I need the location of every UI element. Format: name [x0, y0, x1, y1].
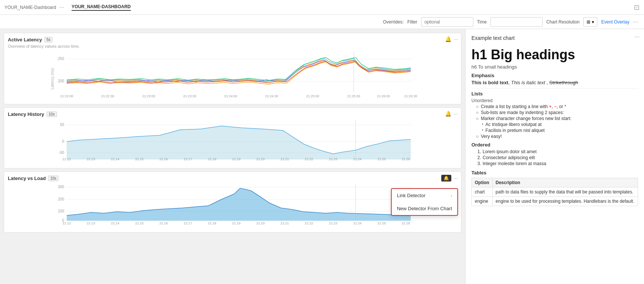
svg-text:21:13: 21:13 — [87, 157, 95, 161]
chart-title-1: Active Latency — [8, 37, 42, 42]
sub-bullet-1: ▪ — [482, 122, 483, 127]
svg-text:50: 50 — [60, 123, 64, 127]
svg-text:21:22: 21:22 — [305, 221, 313, 225]
svg-text:21:20: 21:20 — [256, 157, 265, 161]
svg-text:21:23:30: 21:23:30 — [183, 94, 196, 98]
bold-text: This is bold text — [471, 80, 508, 85]
svg-text:21:15: 21:15 — [135, 221, 144, 225]
sub-bullet-2: ▪ — [482, 128, 483, 133]
filter-input[interactable] — [421, 17, 473, 27]
sub-item-2: ▪ Facilisis in pretium nisl aliquet — [482, 128, 638, 133]
svg-text:200: 200 — [58, 197, 64, 201]
svg-text:21:22:30: 21:22:30 — [101, 94, 114, 98]
time-input[interactable] — [490, 17, 543, 27]
svg-text:21:21: 21:21 — [281, 221, 289, 225]
new-detector-item[interactable]: New Detector From Chart — [392, 202, 457, 215]
right-panel-more-icon[interactable]: ··· — [635, 34, 640, 40]
ol-item-1: 1. Lorem ipsum dolor sit amet — [477, 149, 638, 154]
text-h6: h6 To small headings — [471, 64, 638, 70]
svg-text:Latency (ms): Latency (ms) — [50, 68, 54, 89]
table-row-chart: chart path to data files to supply the d… — [472, 187, 638, 197]
table-th-description: Description — [492, 178, 638, 187]
ol-num-3: 3. — [477, 161, 481, 166]
bullet-3: ○ — [476, 116, 479, 121]
svg-text:21:17: 21:17 — [184, 221, 192, 225]
svg-text:21:26:00: 21:26:00 — [377, 94, 390, 98]
latency-history-chart: Latency History 10s 🔔 ··· 50 0 -50 — [4, 107, 461, 168]
svg-text:21:21: 21:21 — [281, 157, 289, 161]
svg-text:100: 100 — [58, 209, 64, 213]
star-symbol: * — [564, 104, 566, 109]
svg-text:200: 200 — [58, 79, 64, 83]
link-detector-item[interactable]: Link Detector › — [392, 189, 457, 202]
bullet-2: ○ — [476, 110, 479, 115]
chart-resolution-button[interactable]: ⊞ ▾ — [583, 17, 597, 27]
lists-label: Lists — [471, 91, 638, 97]
table-row-engine: engine engine to be used for processing … — [472, 197, 638, 206]
bell-icon-1[interactable]: 🔔 — [445, 36, 451, 42]
ul-item-1: ○ Create a list by starting a line with … — [476, 104, 638, 109]
ol-num-1: 1. — [477, 149, 481, 154]
text-emphasis: Emphasis — [471, 73, 638, 78]
svg-text:21:13: 21:13 — [87, 221, 95, 225]
table-cell-chart-option: chart — [472, 187, 493, 197]
right-panel-title: Example text chart — [471, 35, 638, 41]
chart-badge-1: 5s — [44, 37, 53, 42]
svg-text:21:15: 21:15 — [135, 157, 144, 161]
link-detector-label: Link Detector — [397, 193, 426, 198]
svg-text:21:16: 21:16 — [160, 221, 168, 225]
tab-dots[interactable]: ··· — [59, 4, 64, 10]
more-icon-3[interactable]: ··· — [454, 175, 458, 181]
svg-text:21:23:00: 21:23:00 — [142, 94, 155, 98]
right-panel: Example text chart ··· h1 Big headings h… — [465, 29, 644, 284]
bullet-4: ○ — [476, 134, 479, 139]
alert-bell-icon[interactable]: 🔔 — [441, 175, 451, 182]
more-icon-1[interactable]: ··· — [454, 36, 458, 42]
minus-symbol: − — [554, 104, 557, 109]
svg-text:21:23: 21:23 — [329, 221, 338, 225]
bell-icon-2[interactable]: 🔔 — [445, 111, 451, 117]
svg-text:21:24: 21:24 — [353, 221, 362, 225]
svg-text:21:26: 21:26 — [402, 157, 410, 161]
svg-text:21:12: 21:12 — [63, 157, 71, 161]
latency-vs-load-chart: Latency vs Load 10s 🔔 ··· 300 200 100 0 — [4, 171, 461, 233]
top-bar: YOUR_NAME-Dashboard ··· YOUR_NAME-DASHBO… — [0, 0, 644, 15]
ul-item-3: ○ Marker character change forces new lis… — [476, 116, 638, 121]
chart-badge-2: 10s — [47, 111, 57, 117]
event-overlay-button[interactable]: Event Overlay — [601, 19, 629, 25]
tab-active[interactable]: YOUR_NAME-DASHBOARD — [72, 4, 131, 11]
text-h1: h1 Big headings — [471, 47, 638, 63]
left-panel: Active Latency 5s Overview of latency va… — [0, 29, 465, 284]
svg-text:21:19: 21:19 — [232, 157, 241, 161]
sub-item-1: ▪ Ac tristique libero volutpat at — [482, 122, 638, 127]
text-bold-line: This is bold text, This is italic text ,… — [471, 80, 638, 85]
chart-actions-3: 🔔 ··· — [441, 175, 458, 182]
ol-num-2: 2. — [477, 155, 481, 160]
svg-text:21:19: 21:19 — [232, 221, 241, 225]
override-more-icon[interactable]: ··· — [633, 19, 638, 25]
link-detector-chevron: › — [451, 193, 452, 198]
sub-sub-list: ▪ Ac tristique libero volutpat at ▪ Faci… — [482, 122, 638, 133]
svg-text:300: 300 — [58, 185, 64, 189]
ul-text-3: Marker character change forces new list … — [481, 116, 571, 121]
content-table: Option Description chart path to data fi… — [471, 178, 638, 206]
override-bar: Overrides: Filter Time Chart Resolution … — [0, 15, 644, 29]
ol-item-3: 3. Integer molestie lorem at massa — [477, 161, 638, 166]
chart-actions-2: 🔔 ··· — [445, 111, 458, 117]
svg-text:21:14: 21:14 — [111, 157, 120, 161]
svg-text:21:20: 21:20 — [256, 221, 265, 225]
more-icon-2[interactable]: ··· — [454, 111, 458, 117]
unordered-label: Unordered — [471, 98, 638, 103]
window-expand-icon[interactable]: ⊡ — [634, 3, 640, 12]
svg-text:21:26: 21:26 — [402, 221, 410, 225]
chart-subtitle-1: Overview of latency values across time. — [8, 44, 457, 48]
ol-text-1: Lorem ipsum dolor sit amet — [483, 149, 537, 154]
svg-text:21:12: 21:12 — [63, 221, 71, 225]
svg-text:21:18: 21:18 — [208, 157, 217, 161]
ol-text-3: Integer molestie lorem at massa — [483, 161, 546, 166]
plus-symbol: + — [549, 104, 552, 109]
tab-label[interactable]: YOUR_NAME-Dashboard — [4, 5, 56, 10]
chart-header-2: Latency History 10s — [8, 111, 457, 117]
svg-text:-50: -50 — [59, 151, 64, 155]
svg-text:21:22: 21:22 — [305, 157, 313, 161]
